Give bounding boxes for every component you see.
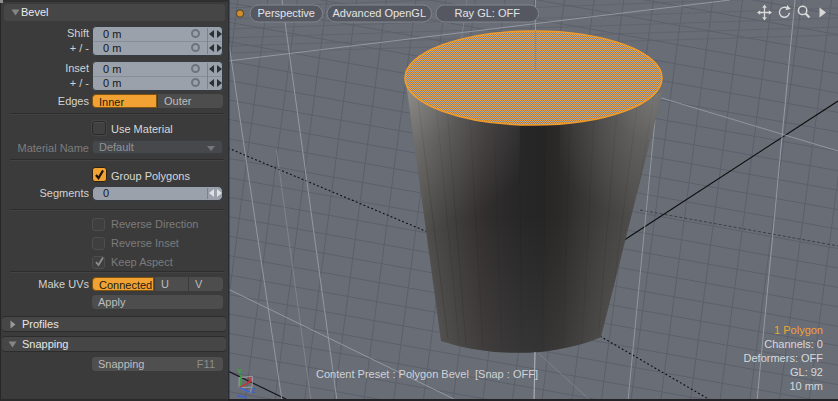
svg-text:Perspective: Perspective — [258, 7, 315, 19]
svg-text:Advanced OpenGL: Advanced OpenGL — [332, 7, 426, 19]
svg-text:Deformers: OFF: Deformers: OFF — [744, 352, 824, 364]
svg-text:GL: 92: GL: 92 — [790, 366, 823, 378]
svg-text:X: X — [248, 376, 253, 383]
svg-text:1 Polygon: 1 Polygon — [774, 324, 823, 336]
svg-text:Channels: 0: Channels: 0 — [764, 338, 823, 350]
svg-text:Z: Z — [251, 387, 256, 394]
svg-text:10 mm: 10 mm — [789, 380, 823, 392]
svg-text:Y: Y — [238, 368, 243, 375]
svg-text:Content Preset : Polygon Bevel: Content Preset : Polygon Bevel [Snap : O… — [316, 368, 538, 380]
svg-text:Ray GL: OFF: Ray GL: OFF — [455, 7, 521, 19]
